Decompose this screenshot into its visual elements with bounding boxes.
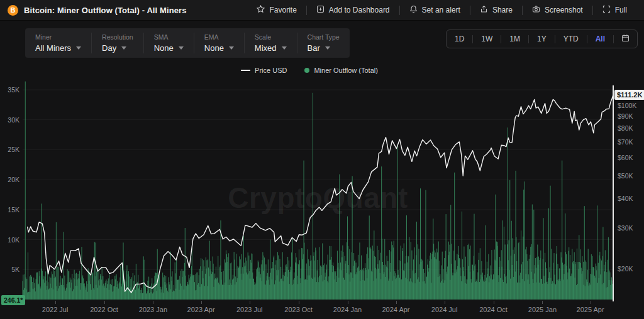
range-1y-button[interactable]: 1Y	[529, 30, 555, 48]
screenshot-label: Screenshot	[545, 6, 583, 14]
miner-outflow-bars	[23, 82, 613, 300]
sma-dropdown[interactable]: SMA None	[143, 33, 194, 53]
star-icon	[257, 5, 265, 15]
miner-label: Miner	[35, 33, 81, 41]
x-axis-tick-mark	[299, 301, 299, 304]
y-axis-left-tick: 25K	[0, 146, 19, 153]
scale-dropdown[interactable]: Scale Mixed	[244, 33, 297, 53]
chart-type-label: Chart Type	[308, 33, 340, 41]
y-axis-right-tick: $20K	[618, 265, 633, 273]
y-axis-right-tick: $100K	[618, 102, 636, 109]
x-axis-tick-mark	[250, 301, 250, 304]
chart-type-dropdown[interactable]: Chart Type Bar	[297, 33, 350, 53]
x-axis-tick-label: 2023 Jul	[236, 306, 263, 313]
app-header: B Bitcoin: Miner Outflow (Total) - All M…	[0, 0, 644, 21]
ema-dropdown[interactable]: EMA None	[194, 33, 244, 53]
calendar-button[interactable]	[614, 33, 637, 45]
chevron-down-icon	[229, 46, 234, 50]
y-axis-right-tick: $40K	[618, 195, 633, 202]
chart-title-wrap: B Bitcoin: Miner Outflow (Total) - All M…	[8, 5, 187, 16]
y-axis-right-tick: $30K	[618, 224, 633, 232]
current-price-badge: $111.2K	[614, 90, 644, 100]
x-axis-tick-label: 2025 Jan	[528, 306, 557, 313]
bell-icon	[409, 5, 418, 15]
camera-icon	[532, 5, 540, 15]
y-axis-left-tick: 20K	[0, 176, 19, 183]
chevron-down-icon	[179, 46, 184, 50]
ema-label: EMA	[204, 33, 234, 41]
add-to-dashboard-label: Add to Dashboard	[329, 6, 390, 14]
x-axis-tick-label: 2024 Apr	[382, 306, 409, 313]
y-axis-left-tick: 30K	[0, 116, 19, 124]
ema-value: None	[204, 43, 224, 53]
chart-area[interactable]: CryptoQuant $111.2K 246.1* 35K30K25K20K1…	[0, 80, 644, 319]
resolution-label: Resolution	[102, 33, 133, 41]
share-icon	[480, 5, 488, 15]
set-alert-label: Set an alert	[422, 6, 460, 14]
x-axis-tick-label: 2024 Oct	[479, 306, 508, 313]
y-axis-left-tick: 10K	[0, 236, 19, 244]
add-dashboard-icon	[316, 5, 325, 15]
screenshot-button[interactable]: Screenshot	[523, 5, 592, 15]
resolution-value: Day	[102, 43, 116, 53]
range-ytd-button[interactable]: YTD	[555, 30, 587, 48]
range-all-button[interactable]: All	[587, 30, 613, 48]
range-1m-button[interactable]: 1M	[501, 30, 528, 48]
y-axis-right-tick: $80K	[618, 124, 633, 132]
share-label: Share	[492, 6, 513, 14]
chevron-down-icon	[282, 46, 287, 50]
calendar-icon	[621, 33, 630, 45]
legend-price-usd[interactable]: Price USD	[241, 67, 287, 74]
x-axis-tick-mark	[591, 301, 591, 304]
bitcoin-icon: B	[8, 5, 18, 16]
fullscreen-button[interactable]: Full	[593, 5, 636, 15]
x-axis-tick-label: 2024 Jul	[431, 306, 458, 313]
x-axis-tick-mark	[55, 301, 56, 304]
x-axis-tick-mark	[445, 301, 445, 304]
range-1w-button[interactable]: 1W	[473, 30, 501, 48]
sma-value: None	[154, 43, 174, 53]
fullscreen-label: Full	[615, 6, 627, 14]
line-marker-icon	[241, 70, 250, 71]
chevron-down-icon	[121, 46, 126, 50]
page-title: Bitcoin: Miner Outflow (Total) - All Min…	[24, 6, 187, 15]
range-selector: 1D 1W 1M 1Y YTD All	[446, 30, 638, 48]
chevron-down-icon	[325, 46, 330, 50]
resolution-dropdown[interactable]: Resolution Day	[91, 33, 143, 53]
x-axis-tick-label: 2023 Oct	[284, 306, 313, 313]
legend-price-label: Price USD	[255, 67, 287, 74]
share-button[interactable]: Share	[470, 5, 522, 15]
y-axis-right-tick: $90K	[618, 112, 633, 120]
x-axis-tick-label: 2025 Apr	[577, 306, 604, 313]
favorite-button[interactable]: Favorite	[247, 5, 306, 15]
x-axis-tick-label: 2024 Jan	[333, 306, 362, 313]
y-axis-left-tick: 5K	[0, 266, 19, 273]
x-axis-tick-label: 2023 Apr	[187, 306, 215, 313]
chart-type-value: Bar	[308, 43, 320, 53]
favorite-label: Favorite	[269, 6, 296, 14]
chart-canvas[interactable]	[0, 80, 644, 319]
dot-marker-icon	[304, 68, 309, 73]
set-alert-button[interactable]: Set an alert	[400, 5, 470, 15]
scale-label: Scale	[255, 33, 287, 41]
header-actions: Favorite Add to Dashboard Set an alert S…	[247, 5, 636, 15]
current-outflow-badge: 246.1*	[1, 295, 25, 305]
x-axis-tick-mark	[104, 301, 105, 304]
fullscreen-icon	[602, 5, 611, 15]
y-axis-right-tick: $50K	[618, 172, 633, 180]
x-axis-tick-mark	[542, 301, 543, 304]
x-axis-tick-mark	[396, 301, 397, 304]
add-to-dashboard-button[interactable]: Add to Dashboard	[307, 5, 399, 15]
miner-dropdown[interactable]: Miner All Miners	[25, 33, 91, 53]
x-axis-tick-label: 2022 Jul	[42, 306, 69, 313]
chart-legend: Price USD Miner Outflow (Total)	[0, 67, 619, 74]
y-axis-left-tick: 35K	[0, 86, 19, 94]
chevron-down-icon	[76, 46, 81, 50]
legend-miner-outflow[interactable]: Miner Outflow (Total)	[304, 67, 377, 74]
filter-toolbar: Miner All Miners Resolution Day SMA None…	[25, 28, 350, 58]
range-1d-button[interactable]: 1D	[447, 30, 472, 48]
x-axis-tick-mark	[494, 301, 494, 304]
scale-value: Mixed	[255, 43, 277, 53]
sma-label: SMA	[154, 33, 184, 41]
miner-value: All Miners	[35, 43, 71, 53]
